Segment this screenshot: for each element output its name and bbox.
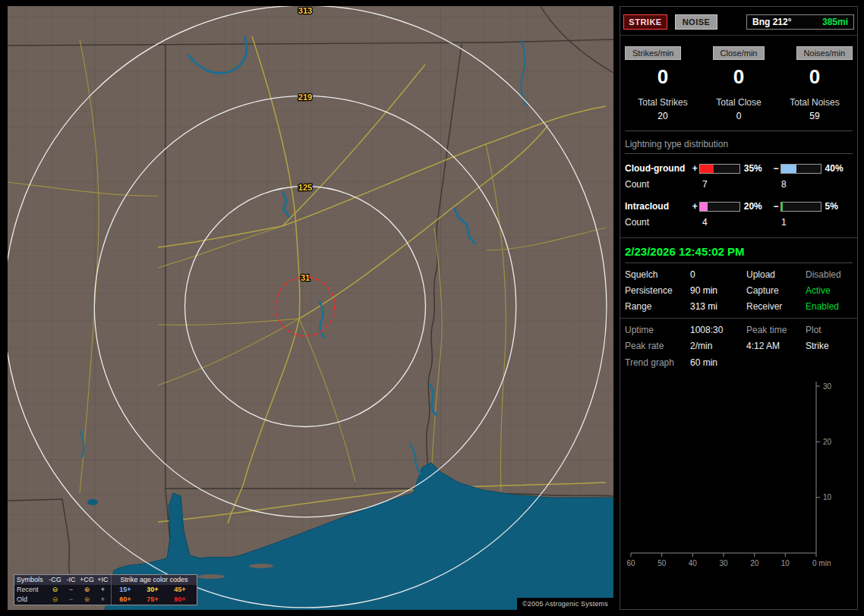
x-tick-0min: 0 min: [812, 559, 831, 567]
ic-negative-bar-fill: [781, 203, 784, 211]
copyright-notice: ©2005 Astrogenic Systems: [517, 598, 613, 610]
rates-panel: Strikes/min Close/min Noises/min 0 0 0 T…: [620, 36, 857, 238]
strike-toggle-button[interactable]: STRIKE: [623, 14, 667, 30]
total-strikes-label: Total Strikes: [625, 97, 701, 108]
cg-positive-percent: 35%: [740, 163, 771, 174]
legend-recent-row: Recent ⊖ − ⊕ + 15+ 30+ 45+: [14, 585, 197, 595]
y-tick-30: 30: [823, 382, 832, 391]
separator: [625, 130, 853, 131]
ring-label-31: 31: [301, 273, 310, 282]
cg-negative-bar: [780, 164, 821, 174]
intracloud-label: Intracloud: [625, 201, 690, 212]
cg-negative-count: 8: [772, 179, 787, 190]
range-value: 313 mi: [690, 301, 746, 312]
receiver-label: Receiver: [746, 301, 806, 312]
total-strikes-value: 20: [625, 111, 701, 121]
pos-ic-header: +IC: [95, 575, 111, 585]
age-45-label: 45+: [166, 585, 194, 595]
map-container: 313 219 125 31 Symbols -CG -IC +CG +IC S…: [8, 6, 613, 610]
age-30-label: 30+: [139, 585, 166, 595]
ic-negative-bar: [780, 202, 821, 212]
pos-cg-header: +CG: [79, 575, 95, 585]
noises-per-min-value: 0: [777, 65, 853, 88]
plot-type-value: Strike: [806, 341, 853, 351]
peak-time-value: 4:12 AM: [746, 341, 806, 351]
intracloud-count-row: Count 4 1: [625, 215, 853, 230]
minus-sign: −: [771, 201, 780, 212]
ring-label-313: 313: [298, 6, 312, 15]
cloud-ground-count-row: Count 7 8: [625, 177, 853, 192]
cg-negative-percent: 40%: [821, 163, 853, 174]
trend-header-row: Trend graph 60 min: [625, 357, 853, 368]
ic-negative-percent: 5%: [821, 201, 853, 212]
cg-positive-count: 7: [693, 179, 772, 190]
age-60-label: 60+: [112, 595, 139, 605]
recent-label: Recent: [14, 585, 47, 595]
display-toggle-bar: STRIKE NOISE Bng 212° 385mi: [620, 7, 857, 36]
age-codes-header: Strike age color codes: [112, 575, 197, 585]
trend-window-value: 60 min: [690, 357, 853, 368]
y-tick-20: 20: [823, 438, 832, 446]
status-trend-panel: Uptime 1008:30 Peak time Plot Peak rate …: [620, 319, 857, 609]
persistence-value: 90 min: [690, 285, 746, 296]
plus-sign: +: [690, 163, 699, 174]
persistence-label: Persistence: [625, 285, 690, 296]
totals-values-row: 20 0 59: [625, 111, 853, 121]
age-75-label: 75+: [139, 595, 166, 605]
total-noises-label: Total Noises: [777, 97, 853, 108]
range-label: Range: [625, 301, 690, 312]
neg-ic-old-icon: −: [63, 595, 79, 605]
peak-rate-value: 2/min: [690, 341, 746, 351]
x-tick-40: 40: [689, 559, 698, 567]
trend-graph: 30 20 10 60 50 40 30 20 10 0 min: [625, 376, 853, 574]
neg-ic-header: -IC: [63, 575, 79, 585]
peak-time-label: Peak time: [746, 325, 806, 335]
strike-legend: Symbols -CG -IC +CG +IC Strike age color…: [14, 574, 197, 605]
control-sidebar: STRIKE NOISE Bng 212° 385mi Strikes/min …: [620, 6, 858, 610]
y-tick-10: 10: [823, 493, 832, 501]
cg-positive-bar-fill: [700, 165, 714, 173]
capture-status: Active: [806, 285, 853, 296]
peak-rate-label: Peak rate: [625, 341, 690, 351]
cloud-ground-label: Cloud-ground: [625, 163, 690, 174]
uptime-label: Uptime: [625, 325, 690, 335]
minus-sign: −: [771, 163, 780, 174]
bearing-readout: Bng 212° 385mi: [746, 14, 854, 30]
close-per-min-button[interactable]: Close/min: [713, 46, 765, 60]
total-noises-value: 59: [777, 111, 853, 121]
neg-cg-header: -CG: [47, 575, 63, 585]
ic-positive-count: 4: [693, 217, 772, 228]
old-label: Old: [14, 595, 47, 605]
pos-cg-recent-icon: ⊕: [79, 585, 95, 595]
symbols-header: Symbols: [14, 575, 47, 585]
strikes-per-min-value: 0: [625, 65, 701, 88]
ic-positive-bar: [699, 202, 740, 212]
age-90-label: 90+: [166, 595, 194, 605]
cg-positive-bar: [699, 164, 740, 174]
rate-values-row: 0 0 0: [625, 65, 853, 88]
age-15-label: 15+: [112, 585, 139, 595]
datetime-display: 2/23/2026 12:45:02 PM: [625, 244, 853, 262]
count-label: Count: [625, 217, 693, 228]
distribution-title: Lightning type distribution: [625, 139, 853, 154]
x-tick-20: 20: [750, 559, 759, 567]
cloud-ground-row: Cloud-ground + 35% − 40%: [625, 160, 853, 177]
noise-toggle-button[interactable]: NOISE: [675, 14, 717, 30]
intracloud-row: Intracloud + 20% − 5%: [625, 198, 853, 215]
ring-label-125: 125: [298, 183, 312, 192]
bearing-label: Bng 212°: [752, 17, 791, 27]
plus-sign: +: [690, 201, 699, 212]
cg-negative-bar-fill: [781, 165, 797, 173]
count-label: Count: [625, 179, 693, 190]
clock-settings-panel: 2/23/2026 12:45:02 PM Squelch 0 Upload D…: [620, 238, 857, 319]
upload-label: Upload: [746, 269, 806, 280]
pos-ic-recent-icon: +: [95, 585, 111, 595]
legend-header-row: Symbols -CG -IC +CG +IC Strike age color…: [14, 575, 197, 585]
capture-label: Capture: [746, 285, 806, 296]
pos-ic-old-icon: +: [95, 595, 111, 605]
strikes-per-min-button[interactable]: Strikes/min: [625, 46, 681, 60]
map-canvas[interactable]: 313 219 125 31: [8, 6, 613, 610]
noises-per-min-button[interactable]: Noises/min: [796, 46, 853, 60]
settings-grid: Squelch 0 Upload Disabled Persistence 90…: [625, 269, 853, 312]
ic-positive-percent: 20%: [740, 201, 771, 212]
